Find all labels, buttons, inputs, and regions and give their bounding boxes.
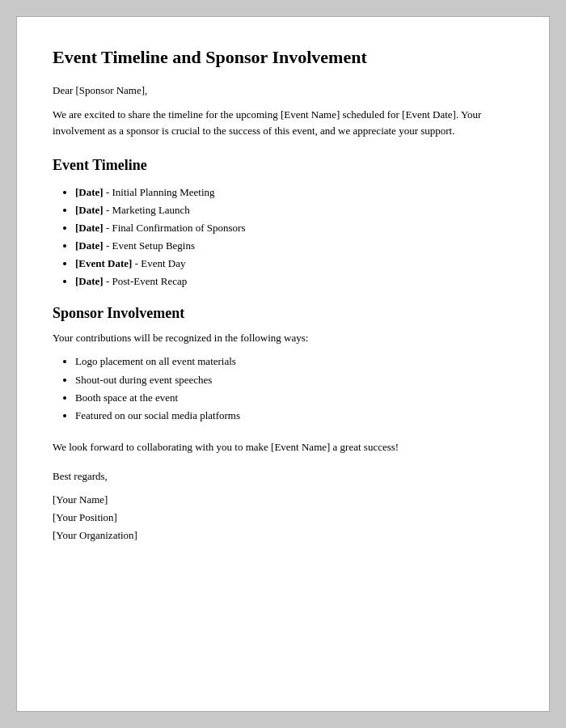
involvement-item-4: Featured on our social media platforms bbox=[75, 409, 240, 421]
list-item: [Event Date] - Event Day bbox=[75, 255, 513, 273]
timeline-item-date-2: [Date] bbox=[75, 204, 103, 216]
list-item: [Date] - Initial Planning Meeting bbox=[75, 184, 513, 201]
closing-line: We look forward to collaborating with yo… bbox=[53, 439, 513, 455]
timeline-item-text-6: - Post-Event Recap bbox=[106, 275, 187, 287]
list-item: Featured on our social media platforms bbox=[75, 407, 513, 425]
list-item: [Date] - Event Setup Begins bbox=[75, 237, 513, 255]
list-item: Shout-out during event speeches bbox=[75, 371, 513, 389]
timeline-item-date-5: [Event Date] bbox=[75, 257, 132, 269]
document-title: Event Timeline and Sponsor Involvement bbox=[53, 46, 513, 70]
timeline-item-text-1: - Initial Planning Meeting bbox=[106, 186, 215, 198]
involvement-intro: Your contributions will be recognized in… bbox=[53, 332, 513, 345]
involvement-item-1: Logo placement on all event materials bbox=[75, 355, 236, 367]
timeline-heading: Event Timeline bbox=[53, 157, 513, 174]
regards: Best regards, bbox=[53, 470, 513, 483]
intro-paragraph: We are excited to share the timeline for… bbox=[53, 107, 513, 139]
signature-organization: [Your Organization] bbox=[53, 527, 513, 544]
involvement-list: Logo placement on all event materials Sh… bbox=[53, 353, 513, 424]
list-item: [Date] - Marketing Launch bbox=[75, 201, 513, 219]
timeline-item-text-2: - Marketing Launch bbox=[106, 204, 190, 216]
timeline-list: [Date] - Initial Planning Meeting [Date]… bbox=[53, 184, 513, 291]
involvement-item-3: Booth space at the event bbox=[75, 392, 178, 404]
signature-block: [Your Name] [Your Position] [Your Organi… bbox=[53, 491, 513, 544]
timeline-item-text-4: - Event Setup Begins bbox=[106, 239, 195, 252]
signature-position: [Your Position] bbox=[53, 509, 513, 527]
involvement-heading: Sponsor Involvement bbox=[53, 305, 513, 322]
timeline-item-date-3: [Date] bbox=[75, 222, 103, 234]
list-item: [Date] - Final Confirmation of Sponsors bbox=[75, 219, 513, 237]
list-item: Logo placement on all event materials bbox=[75, 353, 513, 370]
salutation: Dear [Sponsor Name], bbox=[53, 84, 513, 97]
list-item: Booth space at the event bbox=[75, 389, 513, 407]
timeline-item-date-6: [Date] bbox=[75, 275, 103, 287]
list-item: [Date] - Post-Event Recap bbox=[75, 273, 513, 290]
signature-name: [Your Name] bbox=[53, 491, 513, 509]
timeline-item-date-4: [Date] bbox=[75, 239, 103, 252]
timeline-item-text-3: - Final Confirmation of Sponsors bbox=[106, 222, 246, 234]
involvement-item-2: Shout-out during event speeches bbox=[75, 374, 212, 386]
document-container: Event Timeline and Sponsor Involvement D… bbox=[16, 16, 550, 712]
timeline-item-text-5: - Event Day bbox=[135, 257, 186, 269]
timeline-item-date-1: [Date] bbox=[75, 186, 103, 198]
